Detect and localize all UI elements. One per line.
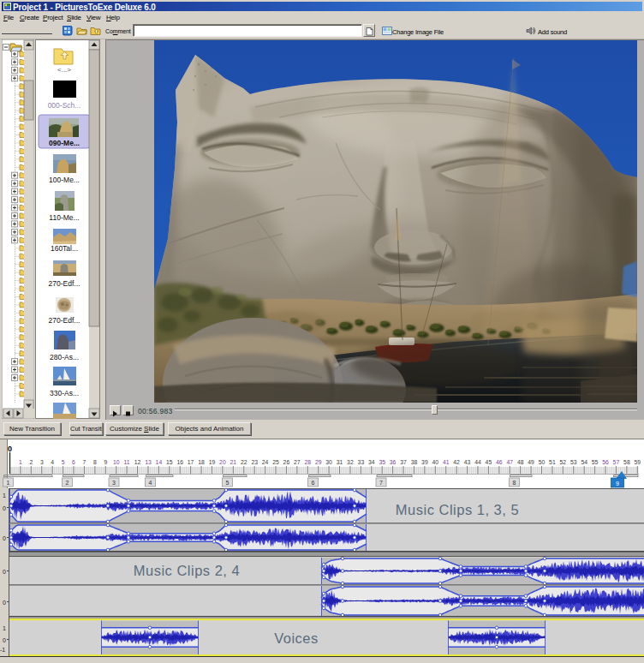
svg-text:160Tal...: 160Tal... — [51, 244, 78, 253]
svg-text:8: 8 — [93, 459, 97, 465]
svg-text:31: 31 — [337, 459, 343, 465]
svg-text:51: 51 — [549, 459, 556, 465]
svg-text:280-As...: 280-As... — [50, 353, 79, 361]
svg-text:22: 22 — [241, 459, 247, 465]
svg-text:Voices: Voices — [274, 630, 319, 646]
svg-text:40: 40 — [432, 459, 439, 465]
svg-text:5: 5 — [62, 459, 65, 465]
svg-text:4: 4 — [51, 459, 54, 465]
svg-text:2: 2 — [66, 480, 69, 486]
svg-text:1: 1 — [7, 480, 10, 486]
svg-text:52: 52 — [560, 459, 567, 465]
svg-text:19: 19 — [209, 459, 216, 465]
svg-text:25: 25 — [272, 459, 279, 465]
svg-text:0: 0 — [8, 445, 12, 453]
svg-text:6: 6 — [312, 480, 315, 486]
svg-text:270-Edf...: 270-Edf... — [49, 316, 80, 325]
svg-text:5: 5 — [226, 480, 230, 486]
svg-text:1: 1 — [3, 493, 6, 499]
svg-text:53: 53 — [570, 459, 577, 465]
svg-text:110-Me...: 110-Me... — [49, 213, 79, 222]
svg-text:14: 14 — [156, 459, 163, 465]
svg-text:0: 0 — [3, 505, 6, 511]
svg-text:42: 42 — [453, 459, 460, 465]
svg-text:-1: -1 — [0, 647, 5, 653]
svg-text:3: 3 — [40, 459, 44, 465]
svg-text:100-Me...: 100-Me... — [49, 176, 80, 184]
svg-text:Music Clips 2, 4: Music Clips 2, 4 — [134, 563, 240, 578]
svg-text:16: 16 — [176, 459, 183, 465]
svg-text:000-Sch...: 000-Sch... — [48, 101, 81, 110]
svg-text:32: 32 — [347, 459, 354, 465]
svg-text:36: 36 — [390, 459, 397, 465]
svg-text:26: 26 — [283, 459, 290, 465]
svg-text:11: 11 — [124, 459, 130, 465]
svg-text:21: 21 — [230, 459, 237, 465]
svg-text:59: 59 — [635, 459, 641, 465]
svg-text:270-Edf...: 270-Edf... — [49, 279, 80, 288]
svg-text:<...>: <...> — [57, 66, 71, 74]
svg-text:29: 29 — [315, 459, 322, 465]
svg-text:4: 4 — [149, 480, 152, 486]
svg-text:10: 10 — [113, 459, 120, 465]
svg-text:1: 1 — [19, 459, 22, 465]
svg-text:Music Clips 1, 3, 5: Music Clips 1, 3, 5 — [396, 502, 519, 517]
svg-text:49: 49 — [528, 459, 534, 465]
svg-text:18: 18 — [198, 459, 205, 465]
svg-text:15: 15 — [166, 459, 173, 465]
svg-text:23: 23 — [251, 459, 258, 465]
svg-text:57: 57 — [613, 459, 620, 465]
svg-text:20: 20 — [219, 459, 226, 465]
svg-text:090-Me...: 090-Me... — [49, 139, 80, 147]
svg-text:1: 1 — [3, 625, 6, 631]
svg-text:27: 27 — [294, 459, 301, 465]
svg-text:0: 0 — [3, 535, 6, 541]
svg-text:50: 50 — [539, 459, 546, 465]
svg-text:39: 39 — [421, 459, 428, 465]
svg-text:44: 44 — [474, 459, 481, 465]
svg-text:7: 7 — [379, 480, 383, 486]
svg-text:43: 43 — [464, 459, 471, 465]
svg-text:24: 24 — [262, 459, 269, 465]
svg-text:47: 47 — [506, 459, 513, 465]
svg-text:0: 0 — [3, 637, 6, 643]
svg-text:13: 13 — [145, 459, 152, 465]
svg-text:46: 46 — [496, 459, 503, 465]
svg-text:330-As...: 330-As... — [50, 389, 79, 397]
svg-text:3: 3 — [112, 480, 116, 486]
svg-text:58: 58 — [623, 459, 630, 465]
svg-text:0: 0 — [3, 569, 6, 575]
svg-text:41: 41 — [443, 459, 450, 465]
svg-text:33: 33 — [358, 459, 365, 465]
svg-text:34: 34 — [368, 459, 375, 465]
svg-text:54: 54 — [581, 459, 587, 465]
svg-text:6: 6 — [72, 459, 75, 465]
svg-text:17: 17 — [188, 459, 194, 465]
svg-text:35: 35 — [379, 459, 385, 465]
svg-text:45: 45 — [486, 459, 492, 465]
svg-text:9: 9 — [616, 481, 619, 487]
svg-text:28: 28 — [305, 459, 312, 465]
svg-text:12: 12 — [134, 459, 141, 465]
svg-text:8: 8 — [513, 480, 516, 486]
svg-text:56: 56 — [602, 459, 609, 465]
svg-text:0: 0 — [3, 600, 6, 606]
svg-text:48: 48 — [517, 459, 524, 465]
svg-text:30: 30 — [325, 459, 332, 465]
svg-text:55: 55 — [592, 459, 599, 465]
svg-text:7: 7 — [83, 459, 86, 465]
svg-text:37: 37 — [400, 459, 407, 465]
svg-text:9: 9 — [104, 459, 107, 465]
svg-text:38: 38 — [411, 459, 418, 465]
svg-text:2: 2 — [29, 459, 33, 465]
